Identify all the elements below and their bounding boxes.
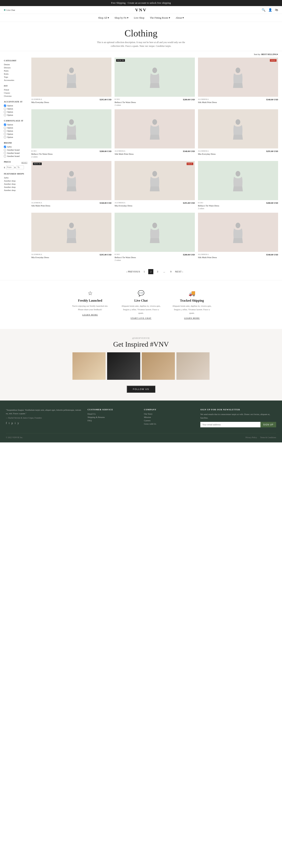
- category-pants[interactable]: Pants: [4, 69, 27, 72]
- feature-1-link[interactable]: LEARN MORE: [70, 314, 110, 316]
- product-name: Silk Multi Print Dress: [198, 101, 278, 103]
- category-dresses[interactable]: Dresses: [4, 66, 27, 69]
- nav-shop-by-fit[interactable]: Shop by Fit ▾: [115, 16, 128, 20]
- shop-5[interactable]: Another shop: [4, 189, 27, 191]
- shop-jarbo[interactable]: Jarbo: [4, 177, 27, 179]
- fit-fitted[interactable]: Fitted: [4, 89, 27, 91]
- fit-classic[interactable]: Classic: [4, 92, 27, 94]
- privacy-policy-link[interactable]: Privacy Policy: [246, 436, 257, 438]
- product-brand: ECRU: [115, 253, 120, 255]
- accentuate-option-2[interactable]: Option: [4, 107, 27, 110]
- camouflage-option-1[interactable]: Option: [4, 123, 27, 126]
- sort-chevron-icon: ▾: [277, 53, 278, 56]
- product-card[interactable]: SALE ALEMBIKA $295.00 USD Mia Everyday D…: [115, 161, 195, 210]
- camouflage-option-2[interactable]: Option: [4, 126, 27, 129]
- twitter-icon[interactable]: t: [9, 422, 9, 425]
- shop-2[interactable]: Another shop: [4, 180, 27, 182]
- product-card[interactable]: ECRU $280.00 USD Bellucci Tie Waist Dres…: [198, 161, 278, 210]
- product-price: $348.00 USD: [266, 253, 278, 256]
- main-nav: Shop All ▾ Shop by Fit ▾ Live Shop The F…: [0, 14, 282, 22]
- newsletter-submit-button[interactable]: SIGN UP: [260, 422, 276, 427]
- product-image: [115, 213, 195, 252]
- page-1-button[interactable]: 1: [142, 269, 147, 274]
- price-to-input[interactable]: [17, 165, 24, 169]
- nav-fitting-room[interactable]: The Fitting Room ▾: [150, 16, 170, 20]
- fit-oversize[interactable]: Oversize: [4, 95, 27, 97]
- brand-jarbo[interactable]: Jarbo: [4, 146, 27, 148]
- bag-icon[interactable]: 🛍: [275, 8, 278, 12]
- product-card[interactable]: ALEMBIKA $348.00 USD Silk Multi Print Dr…: [198, 213, 278, 261]
- newsletter-title: SIGN UP FOR OUR NEWSLETTER: [200, 408, 276, 411]
- search-icon[interactable]: 🔍: [262, 8, 265, 12]
- youtube-icon[interactable]: y: [18, 422, 19, 425]
- prev-page-button[interactable]: ‹ PREVIOUS: [126, 270, 140, 273]
- price-from-input[interactable]: [6, 165, 13, 169]
- newsletter-description: We send emails that in consectetuer turp…: [200, 413, 276, 420]
- svg-point-0: [69, 68, 74, 73]
- footer-careers[interactable]: Careers: [144, 419, 194, 422]
- product-price: $280.00 USD: [183, 253, 195, 256]
- instagram-icon[interactable]: i: [15, 422, 15, 425]
- product-brand: ALEMBIKA: [31, 98, 42, 100]
- accentuate-option-4[interactable]: Option: [4, 114, 27, 116]
- footer-faq[interactable]: FAQ: [88, 419, 138, 422]
- page-title-section: Clothing This is an optional collection …: [0, 22, 282, 51]
- sort-value[interactable]: BEST SELLING: [261, 53, 277, 56]
- feature-2-link[interactable]: START LIVE CHAT: [121, 317, 161, 319]
- accentuate-option-3[interactable]: Option: [4, 111, 27, 113]
- product-card[interactable]: ALEMBIKA $348.00 USD Silk Multi Print Dr…: [115, 109, 195, 158]
- category-tops[interactable]: Tops: [4, 76, 27, 78]
- feature-3-link[interactable]: LEARN MORE: [173, 317, 212, 319]
- camouflage-option-4[interactable]: Option: [4, 133, 27, 135]
- product-card[interactable]: ECRU $280.00 USD Bellucci Tie Waist Dres…: [115, 213, 195, 261]
- live-chat-toggle[interactable]: Live Chat: [4, 9, 15, 11]
- nav-about[interactable]: About ▾: [176, 16, 184, 20]
- newsletter-email-input[interactable]: [200, 422, 260, 427]
- category-knits[interactable]: Knits: [4, 73, 27, 75]
- svg-point-2: [236, 68, 240, 73]
- pinterest-icon[interactable]: p: [11, 422, 13, 425]
- shop-3[interactable]: Another shop: [4, 183, 27, 185]
- brand-option-3[interactable]: Another brand: [4, 152, 27, 154]
- product-card[interactable]: ALEMBIKA $295.00 USD Mia Everyday Dress: [31, 213, 112, 261]
- footer-mission[interactable]: Mission: [144, 416, 194, 418]
- product-card[interactable]: SALE ALEMBIKA $348.00 USD Silk Multi Pri…: [198, 58, 278, 106]
- shop-4[interactable]: Another shop: [4, 186, 27, 188]
- page-3-button[interactable]: 3: [155, 269, 160, 274]
- page-9-button[interactable]: 9: [168, 269, 173, 274]
- footer-email-us[interactable]: Email Us: [88, 413, 138, 415]
- product-card[interactable]: ECRU $280.00 USD Bellucci Tie Waist Dres…: [31, 109, 112, 158]
- feature-2-title: Live Chat: [121, 299, 161, 302]
- category-accessories[interactable]: Accessories: [4, 79, 27, 81]
- page-2-button[interactable]: 2: [148, 269, 153, 274]
- nav-live-shop[interactable]: Live Shop: [134, 16, 145, 20]
- product-placeholder-image: [115, 109, 195, 149]
- next-page-button[interactable]: NEXT ›: [175, 270, 183, 273]
- brand-option-4[interactable]: Another brand: [4, 155, 27, 157]
- footer-company: COMPANY Our Story Mission Careers Grow w…: [144, 408, 194, 427]
- camouflage-option-3[interactable]: Option: [4, 130, 27, 132]
- product-card[interactable]: ALEMBIKA $295.00 USD Mia Everyday Dress: [31, 58, 112, 106]
- footer-grow-with-us[interactable]: Grow with Us: [144, 423, 194, 425]
- reset-button[interactable]: RESET: [21, 162, 27, 164]
- accentuate-option-1[interactable]: Option: [4, 104, 27, 107]
- svg-point-7: [152, 171, 157, 177]
- nav-shop-all[interactable]: Shop All ▾: [98, 16, 109, 20]
- page-title: Clothing: [4, 28, 278, 39]
- product-card[interactable]: NEW IN ALEMBIKA $348.00 USD Silk Multi P…: [31, 161, 112, 210]
- svg-point-5: [236, 119, 240, 125]
- follow-button[interactable]: FOLLOW US: [127, 385, 156, 393]
- camouflage-option-5[interactable]: Option: [4, 136, 27, 138]
- footer-our-story[interactable]: Our Story: [144, 413, 194, 415]
- price-filter: PRICE RESET $ $: [4, 161, 27, 169]
- facebook-icon[interactable]: f: [6, 422, 7, 425]
- product-card[interactable]: ALEMBIKA $295.00 USD Mia Everyday Dress: [198, 109, 278, 158]
- product-card[interactable]: NEW IN ECRU $280.00 USD Bellucci Tie Wai…: [115, 58, 195, 106]
- user-icon[interactable]: 👤: [268, 8, 272, 12]
- site-logo[interactable]: VNV: [135, 7, 147, 12]
- footer-shipping-returns[interactable]: Shipping & Returns: [88, 416, 138, 418]
- category-denim[interactable]: Denim: [4, 63, 27, 66]
- svg-point-6: [69, 171, 74, 177]
- brand-option-2[interactable]: Another brand: [4, 149, 27, 151]
- terms-link[interactable]: Terms & Conditions: [260, 436, 276, 438]
